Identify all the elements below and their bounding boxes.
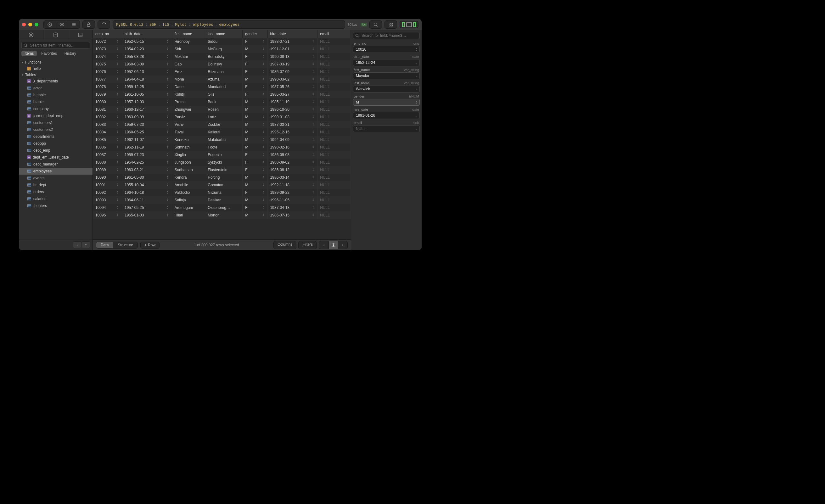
column-header-hire_date[interactable]: hire_date xyxy=(268,30,317,38)
field-value-input[interactable]: NULL⌵ xyxy=(353,125,420,132)
table-cell[interactable]: NULL xyxy=(317,38,351,45)
table-cell[interactable]: 10087 xyxy=(93,151,122,158)
stepper-icon[interactable] xyxy=(166,168,169,172)
table-cell[interactable]: NULL xyxy=(317,91,351,98)
table-cell[interactable]: NULL xyxy=(317,211,351,219)
table-cell[interactable]: 1961-10-05 xyxy=(122,91,172,98)
stepper-icon[interactable] xyxy=(262,168,265,172)
stepper-icon[interactable] xyxy=(166,213,169,217)
table-row[interactable]: 100721952-05-15HironobySidouF1988-07-21N… xyxy=(93,38,351,45)
close-tab-button[interactable] xyxy=(44,21,56,28)
table-cell[interactable]: 1955-08-28 xyxy=(122,53,172,60)
table-cell[interactable]: 1964-06-11 xyxy=(122,196,172,204)
stepper-icon[interactable] xyxy=(116,47,119,51)
tree-item-orders[interactable]: orders xyxy=(19,189,92,195)
table-cell[interactable]: 1986-03-14 xyxy=(268,174,317,181)
chevron-down-icon[interactable]: ⌵ xyxy=(416,61,418,64)
stepper-icon[interactable] xyxy=(166,183,169,187)
table-cell[interactable]: 1962-11-19 xyxy=(122,143,172,151)
table-cell[interactable]: 1990-08-13 xyxy=(268,53,317,60)
stepper-icon[interactable] xyxy=(166,77,169,81)
column-header-last_name[interactable]: last_name xyxy=(205,30,243,38)
table-cell[interactable]: Hilari xyxy=(172,211,205,219)
table-cell[interactable]: NULL xyxy=(317,143,351,151)
table-cell[interactable]: F xyxy=(243,158,268,166)
stepper-icon[interactable] xyxy=(311,39,315,44)
stepper-icon[interactable] xyxy=(311,160,315,164)
tree-item-theaters[interactable]: theaters xyxy=(19,202,92,209)
stepper-icon[interactable] xyxy=(262,70,265,74)
stepper-icon[interactable] xyxy=(166,55,169,59)
stepper-icon[interactable] xyxy=(311,153,315,157)
table-cell[interactable]: Rosen xyxy=(205,106,243,113)
stepper-icon[interactable] xyxy=(262,107,265,112)
table-cell[interactable]: 10094 xyxy=(93,204,122,211)
stepper-icon[interactable] xyxy=(262,198,265,202)
stepper-icon[interactable] xyxy=(311,85,315,89)
table-cell[interactable]: 1987-04-18 xyxy=(268,204,317,211)
display-indicator-3[interactable] xyxy=(413,22,416,27)
table-cell[interactable]: 1954-02-23 xyxy=(122,45,172,53)
table-cell[interactable]: 1986-08-12 xyxy=(268,166,317,174)
stepper-icon[interactable] xyxy=(262,85,265,89)
table-cell[interactable]: NULL xyxy=(317,166,351,174)
table-cell[interactable]: 1988-09-02 xyxy=(268,158,317,166)
prev-page-button[interactable] xyxy=(319,241,328,249)
table-row[interactable]: 100851962-11-07KenrokuMalabarbaM1994-04-… xyxy=(93,136,351,143)
table-cell[interactable]: Azuma xyxy=(205,75,243,83)
table-row[interactable]: 100861962-11-19SomnathFooteM1990-02-16NU… xyxy=(93,143,351,151)
table-cell[interactable]: 1952-05-15 xyxy=(122,38,172,45)
maximize-window-button[interactable] xyxy=(34,23,39,26)
stepper-icon[interactable] xyxy=(311,205,315,210)
tree-item-salaries[interactable]: salaries xyxy=(19,195,92,202)
table-cell[interactable]: 10082 xyxy=(93,113,122,121)
tree-item-dept-emp[interactable]: dept_emp xyxy=(19,147,92,154)
lock-button[interactable] xyxy=(83,21,95,28)
table-cell[interactable]: 10078 xyxy=(93,83,122,91)
stepper-icon[interactable] xyxy=(166,145,169,149)
table-cell[interactable]: Parviz xyxy=(172,113,205,121)
table-cell[interactable]: 1957-12-03 xyxy=(122,98,172,106)
stepper-icon[interactable] xyxy=(311,77,315,81)
tree-section-header[interactable]: Tables xyxy=(19,72,92,78)
display-indicator-2[interactable] xyxy=(406,22,412,27)
table-cell[interactable]: Danel xyxy=(172,83,205,91)
table-cell[interactable]: 1960-05-25 xyxy=(122,128,172,136)
table-cell[interactable]: 1986-03-27 xyxy=(268,91,317,98)
stepper-icon[interactable] xyxy=(311,92,315,96)
table-cell[interactable]: 1990-01-03 xyxy=(268,113,317,121)
table-cell[interactable]: 10079 xyxy=(93,91,122,98)
table-cell[interactable]: Hofting xyxy=(205,174,243,181)
table-row[interactable]: 100931964-06-11SailajaDesikanM1996-11-05… xyxy=(93,196,351,204)
table-cell[interactable]: 10095 xyxy=(93,211,122,219)
stepper-icon[interactable] xyxy=(311,175,315,179)
filters-button[interactable]: Filters xyxy=(298,241,317,249)
table-cell[interactable]: M xyxy=(243,181,268,189)
table-cell[interactable]: 1995-12-15 xyxy=(268,128,317,136)
table-cell[interactable]: 10084 xyxy=(93,128,122,136)
tree-item-dept-manager[interactable]: dept_manager xyxy=(19,161,92,168)
stepper-icon[interactable] xyxy=(262,100,265,104)
table-cell[interactable]: 1991-12-01 xyxy=(268,45,317,53)
table-cell[interactable]: 1954-02-25 xyxy=(122,158,172,166)
table-cell[interactable]: 1986-09-08 xyxy=(268,151,317,158)
table-cell[interactable]: 1955-10-04 xyxy=(122,181,172,189)
stepper-icon[interactable] xyxy=(166,62,169,66)
table-cell[interactable]: Mokhtar xyxy=(172,53,205,60)
item-menu-button[interactable] xyxy=(82,241,90,248)
table-cell[interactable]: Zhongwei xyxy=(172,106,205,113)
stepper-icon[interactable] xyxy=(311,115,315,119)
view-mode-structure[interactable]: Structure xyxy=(113,242,138,248)
table-cell[interactable]: NULL xyxy=(317,98,351,106)
tree-section-header[interactable]: Functions xyxy=(19,60,92,65)
page-settings-button[interactable] xyxy=(328,241,338,249)
table-cell[interactable]: 10074 xyxy=(93,53,122,60)
table-cell[interactable]: NULL xyxy=(317,158,351,166)
table-cell[interactable]: Xinglin xyxy=(172,151,205,158)
stepper-icon[interactable] xyxy=(311,138,315,142)
chevron-down-icon[interactable]: ⌵ xyxy=(416,127,418,130)
table-cell[interactable]: Eugenio xyxy=(205,151,243,158)
stepper-icon[interactable] xyxy=(166,160,169,164)
stepper-icon[interactable] xyxy=(262,138,265,142)
table-cell[interactable]: NULL xyxy=(317,181,351,189)
